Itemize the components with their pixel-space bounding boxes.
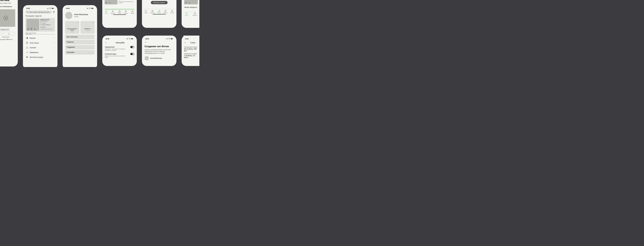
tab-jobs[interactable]: Вакансии — [124, 10, 128, 14]
home-indicator[interactable] — [113, 14, 126, 15]
search-icon — [186, 12, 188, 14]
heart-icon — [152, 10, 154, 12]
tab-profile[interactable]: Профиль — [170, 10, 174, 13]
svg-point-12 — [145, 10, 146, 11]
status-icons — [47, 8, 54, 9]
lecture-card[interactable]: Название лекции Имя лектора 40 мин ✓Удоб… — [103, 0, 136, 6]
svg-rect-17 — [131, 38, 133, 39]
tab-favorites[interactable]: Избранное — [110, 10, 115, 14]
status-time: 19:02 — [106, 38, 109, 40]
catalog-button[interactable]: Смотреть каталог — [151, 1, 168, 4]
person-icon — [171, 10, 173, 12]
badge-marathon[interactable]: ? Марафонец 12 из 20 — [80, 21, 94, 34]
course-thumbnail — [26, 19, 39, 30]
headphones-icon — [40, 24, 42, 26]
course-title: Создание чат-ботов — [144, 45, 174, 48]
author-avatar[interactable] — [144, 56, 149, 60]
home-indicator[interactable] — [153, 14, 166, 14]
tab-favorites[interactable]: Избранное — [150, 10, 155, 13]
subscription-button[interactable]: Подписка — [65, 40, 94, 44]
help-icon[interactable]: ? — [93, 22, 94, 23]
person-icon — [132, 10, 134, 12]
heart-icon[interactable] — [185, 2, 187, 4]
tab-home[interactable]: Главная — [158, 10, 161, 13]
progress-text: Ещё 1 час 15 мин — [26, 32, 55, 34]
menu-purchased[interactable]: Купленные курсы› — [26, 55, 55, 60]
svg-point-3 — [27, 12, 28, 12]
home-icon — [118, 10, 120, 12]
tab-profile[interactable]: Профиль — [130, 10, 134, 14]
tab-jobs[interactable]: Вакансии — [164, 10, 168, 13]
tab-catalog[interactable]: Каталог — [185, 12, 188, 16]
toggle-activescreen[interactable] — [130, 53, 134, 55]
course-description: создаем сценарии игровых, контентных, пр… — [144, 49, 174, 54]
author-name: терина Степановская — [0, 6, 15, 8]
video-thumbnail[interactable] — [0, 9, 15, 27]
course-title-text: Название курса — [40, 19, 54, 20]
help-icon[interactable]: ? — [78, 22, 79, 23]
heart-icon — [194, 12, 196, 14]
svg-point-14 — [186, 13, 187, 14]
search-icon — [105, 10, 107, 12]
pc-friendly-chip: ✓Удобнее с ПК — [0, 28, 10, 31]
download-icon[interactable] — [34, 28, 36, 30]
status-icons — [166, 38, 173, 40]
page-title: Стати — [188, 42, 198, 44]
back-button[interactable]: ← — [105, 41, 107, 44]
status-time: 19:02 — [26, 8, 30, 9]
home-icon — [158, 10, 160, 12]
avatar[interactable] — [65, 12, 72, 19]
menu-learning[interactable]: Изучаю› — [26, 36, 55, 40]
tab-catalog[interactable]: Каталог — [144, 10, 148, 13]
recent-course-card[interactable]: Название курса Имя лектора 2 часа Можно … — [26, 18, 55, 32]
menu-completed[interactable]: Завершено› — [26, 50, 55, 55]
bell-icon — [164, 10, 166, 12]
menu-downloaded[interactable]: Скачано› — [26, 45, 55, 50]
stat-lectures-value: 2 за месяц / 23 всего — [184, 55, 198, 58]
section-heading: Читают лекции по — [184, 6, 198, 8]
lecturer-name: Имя лектора — [40, 20, 54, 22]
status-icons — [86, 8, 94, 9]
svg-point-11 — [132, 11, 133, 11]
clock-icon — [40, 22, 42, 24]
thumbs-up-icon[interactable] — [27, 28, 29, 30]
support-button[interactable]: Поддержка — [65, 45, 94, 49]
filter-icon[interactable] — [53, 11, 55, 13]
svg-point-10 — [106, 10, 107, 12]
svg-rect-1 — [54, 8, 54, 8]
svg-rect-7 — [94, 8, 94, 8]
play-icon[interactable] — [4, 16, 8, 20]
badge-multispecialist[interactable]: ? Мультиспециалист месяца 2 из 4 — [65, 21, 79, 34]
bell-icon — [125, 10, 127, 12]
tab-catalog[interactable]: Каталог — [104, 10, 108, 14]
settings-button[interactable]: Настройки — [65, 50, 94, 54]
progress-bar — [26, 34, 55, 34]
bookmark-icon — [26, 42, 28, 44]
svg-rect-19 — [173, 38, 173, 39]
thumbs-down-icon[interactable] — [30, 28, 32, 30]
tab-home[interactable]: Главная — [118, 10, 121, 14]
download-icon[interactable] — [109, 2, 111, 4]
author-name: Анна Мельничук — [150, 57, 162, 59]
stat-lectures-label: Завершено лекций — [184, 53, 198, 54]
tab-favorites[interactable]: Избранное — [192, 12, 197, 16]
course-tags: #SMM#ЭкспертТинькофф — [40, 28, 54, 30]
library-icon — [26, 56, 28, 58]
page-title: Настройки — [108, 42, 132, 44]
toggle-notifications[interactable] — [130, 46, 134, 48]
search-input[interactable]: Тема, эксперт, компания или проч. — [26, 10, 52, 14]
search-icon — [27, 11, 28, 13]
profile-name: Анна Мельничук — [74, 14, 88, 16]
heart-icon[interactable] — [105, 2, 107, 4]
back-button[interactable]: ← — [144, 41, 174, 44]
download-button[interactable] — [3, 32, 15, 35]
svg-point-13 — [172, 10, 172, 11]
action-button-1[interactable] — [0, 32, 2, 35]
setting-notifications-desc: Напоминать, если долго не заходил, и соо… — [105, 48, 128, 51]
back-button[interactable]: ← — [184, 41, 186, 44]
stat-minutes-value: 80 за месяц / 690 все — [184, 48, 198, 52]
menu-wanttostart[interactable]: Хочу начать› — [26, 40, 55, 45]
download-icon[interactable] — [188, 2, 190, 4]
search-icon — [145, 10, 147, 12]
stats-button[interactable]: Вся статистика — [65, 35, 94, 39]
